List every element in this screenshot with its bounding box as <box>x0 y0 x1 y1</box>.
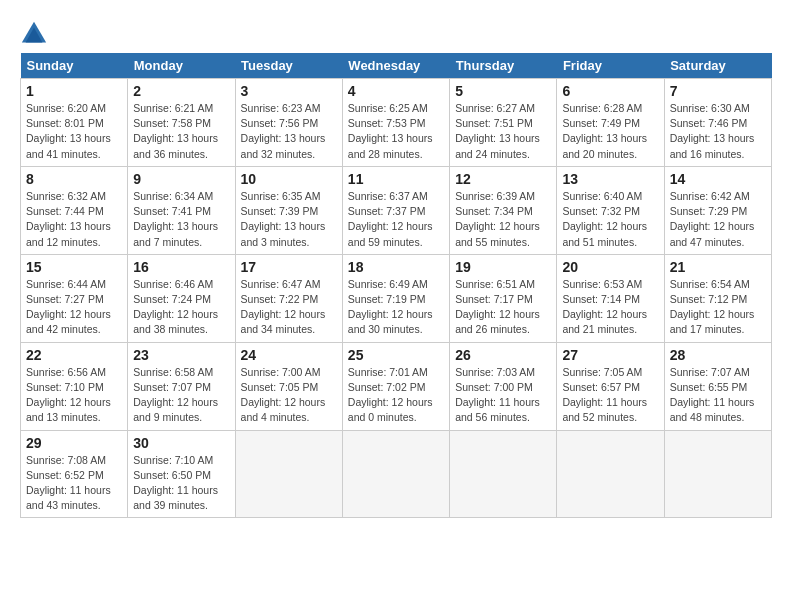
day-number: 23 <box>133 347 229 363</box>
calendar-table: SundayMondayTuesdayWednesdayThursdayFrid… <box>20 53 772 518</box>
day-info: Sunrise: 6:40 AM Sunset: 7:32 PM Dayligh… <box>562 189 658 250</box>
calendar-cell: 10Sunrise: 6:35 AM Sunset: 7:39 PM Dayli… <box>235 166 342 254</box>
day-number: 8 <box>26 171 122 187</box>
day-number: 6 <box>562 83 658 99</box>
day-info: Sunrise: 6:44 AM Sunset: 7:27 PM Dayligh… <box>26 277 122 338</box>
day-number: 21 <box>670 259 766 275</box>
week-row-5: 29Sunrise: 7:08 AM Sunset: 6:52 PM Dayli… <box>21 430 772 518</box>
day-info: Sunrise: 6:25 AM Sunset: 7:53 PM Dayligh… <box>348 101 444 162</box>
calendar-cell: 21Sunrise: 6:54 AM Sunset: 7:12 PM Dayli… <box>664 254 771 342</box>
weekday-header-thursday: Thursday <box>450 53 557 79</box>
day-number: 9 <box>133 171 229 187</box>
calendar-cell: 1Sunrise: 6:20 AM Sunset: 8:01 PM Daylig… <box>21 79 128 167</box>
calendar-cell <box>450 430 557 518</box>
day-info: Sunrise: 6:32 AM Sunset: 7:44 PM Dayligh… <box>26 189 122 250</box>
day-number: 28 <box>670 347 766 363</box>
day-info: Sunrise: 6:27 AM Sunset: 7:51 PM Dayligh… <box>455 101 551 162</box>
day-info: Sunrise: 6:53 AM Sunset: 7:14 PM Dayligh… <box>562 277 658 338</box>
day-number: 1 <box>26 83 122 99</box>
calendar-cell: 18Sunrise: 6:49 AM Sunset: 7:19 PM Dayli… <box>342 254 449 342</box>
calendar-cell: 16Sunrise: 6:46 AM Sunset: 7:24 PM Dayli… <box>128 254 235 342</box>
calendar-cell: 2Sunrise: 6:21 AM Sunset: 7:58 PM Daylig… <box>128 79 235 167</box>
calendar-cell: 20Sunrise: 6:53 AM Sunset: 7:14 PM Dayli… <box>557 254 664 342</box>
weekday-header-monday: Monday <box>128 53 235 79</box>
day-info: Sunrise: 6:54 AM Sunset: 7:12 PM Dayligh… <box>670 277 766 338</box>
day-number: 22 <box>26 347 122 363</box>
calendar-cell: 19Sunrise: 6:51 AM Sunset: 7:17 PM Dayli… <box>450 254 557 342</box>
day-info: Sunrise: 6:34 AM Sunset: 7:41 PM Dayligh… <box>133 189 229 250</box>
day-info: Sunrise: 7:05 AM Sunset: 6:57 PM Dayligh… <box>562 365 658 426</box>
calendar-cell: 11Sunrise: 6:37 AM Sunset: 7:37 PM Dayli… <box>342 166 449 254</box>
day-info: Sunrise: 6:28 AM Sunset: 7:49 PM Dayligh… <box>562 101 658 162</box>
day-number: 4 <box>348 83 444 99</box>
day-info: Sunrise: 7:08 AM Sunset: 6:52 PM Dayligh… <box>26 453 122 514</box>
weekday-header-tuesday: Tuesday <box>235 53 342 79</box>
day-info: Sunrise: 6:23 AM Sunset: 7:56 PM Dayligh… <box>241 101 337 162</box>
calendar-cell: 27Sunrise: 7:05 AM Sunset: 6:57 PM Dayli… <box>557 342 664 430</box>
day-info: Sunrise: 7:07 AM Sunset: 6:55 PM Dayligh… <box>670 365 766 426</box>
day-info: Sunrise: 6:58 AM Sunset: 7:07 PM Dayligh… <box>133 365 229 426</box>
day-number: 10 <box>241 171 337 187</box>
day-number: 13 <box>562 171 658 187</box>
day-info: Sunrise: 6:35 AM Sunset: 7:39 PM Dayligh… <box>241 189 337 250</box>
day-number: 7 <box>670 83 766 99</box>
calendar-cell: 24Sunrise: 7:00 AM Sunset: 7:05 PM Dayli… <box>235 342 342 430</box>
day-number: 3 <box>241 83 337 99</box>
logo-icon <box>20 20 48 48</box>
calendar-cell <box>342 430 449 518</box>
calendar-cell: 13Sunrise: 6:40 AM Sunset: 7:32 PM Dayli… <box>557 166 664 254</box>
week-row-2: 8Sunrise: 6:32 AM Sunset: 7:44 PM Daylig… <box>21 166 772 254</box>
calendar-cell <box>664 430 771 518</box>
calendar-cell: 29Sunrise: 7:08 AM Sunset: 6:52 PM Dayli… <box>21 430 128 518</box>
day-info: Sunrise: 6:56 AM Sunset: 7:10 PM Dayligh… <box>26 365 122 426</box>
day-number: 30 <box>133 435 229 451</box>
calendar-cell: 4Sunrise: 6:25 AM Sunset: 7:53 PM Daylig… <box>342 79 449 167</box>
day-info: Sunrise: 7:01 AM Sunset: 7:02 PM Dayligh… <box>348 365 444 426</box>
day-number: 12 <box>455 171 551 187</box>
calendar-cell: 6Sunrise: 6:28 AM Sunset: 7:49 PM Daylig… <box>557 79 664 167</box>
calendar-cell <box>235 430 342 518</box>
day-number: 19 <box>455 259 551 275</box>
calendar-cell: 22Sunrise: 6:56 AM Sunset: 7:10 PM Dayli… <box>21 342 128 430</box>
day-number: 15 <box>26 259 122 275</box>
day-number: 26 <box>455 347 551 363</box>
day-info: Sunrise: 6:30 AM Sunset: 7:46 PM Dayligh… <box>670 101 766 162</box>
calendar-cell: 12Sunrise: 6:39 AM Sunset: 7:34 PM Dayli… <box>450 166 557 254</box>
calendar-cell: 30Sunrise: 7:10 AM Sunset: 6:50 PM Dayli… <box>128 430 235 518</box>
day-number: 11 <box>348 171 444 187</box>
day-number: 17 <box>241 259 337 275</box>
calendar-cell: 26Sunrise: 7:03 AM Sunset: 7:00 PM Dayli… <box>450 342 557 430</box>
day-number: 24 <box>241 347 337 363</box>
weekday-header-friday: Friday <box>557 53 664 79</box>
day-info: Sunrise: 6:42 AM Sunset: 7:29 PM Dayligh… <box>670 189 766 250</box>
calendar-cell: 17Sunrise: 6:47 AM Sunset: 7:22 PM Dayli… <box>235 254 342 342</box>
weekday-header-row: SundayMondayTuesdayWednesdayThursdayFrid… <box>21 53 772 79</box>
page: SundayMondayTuesdayWednesdayThursdayFrid… <box>0 0 792 612</box>
day-number: 27 <box>562 347 658 363</box>
calendar-cell: 28Sunrise: 7:07 AM Sunset: 6:55 PM Dayli… <box>664 342 771 430</box>
weekday-header-sunday: Sunday <box>21 53 128 79</box>
week-row-3: 15Sunrise: 6:44 AM Sunset: 7:27 PM Dayli… <box>21 254 772 342</box>
day-number: 2 <box>133 83 229 99</box>
day-number: 5 <box>455 83 551 99</box>
day-info: Sunrise: 6:47 AM Sunset: 7:22 PM Dayligh… <box>241 277 337 338</box>
calendar-cell: 9Sunrise: 6:34 AM Sunset: 7:41 PM Daylig… <box>128 166 235 254</box>
day-info: Sunrise: 7:00 AM Sunset: 7:05 PM Dayligh… <box>241 365 337 426</box>
weekday-header-wednesday: Wednesday <box>342 53 449 79</box>
calendar-cell: 3Sunrise: 6:23 AM Sunset: 7:56 PM Daylig… <box>235 79 342 167</box>
day-info: Sunrise: 6:39 AM Sunset: 7:34 PM Dayligh… <box>455 189 551 250</box>
day-info: Sunrise: 6:37 AM Sunset: 7:37 PM Dayligh… <box>348 189 444 250</box>
day-info: Sunrise: 6:20 AM Sunset: 8:01 PM Dayligh… <box>26 101 122 162</box>
week-row-4: 22Sunrise: 6:56 AM Sunset: 7:10 PM Dayli… <box>21 342 772 430</box>
calendar-cell: 23Sunrise: 6:58 AM Sunset: 7:07 PM Dayli… <box>128 342 235 430</box>
day-info: Sunrise: 7:03 AM Sunset: 7:00 PM Dayligh… <box>455 365 551 426</box>
day-info: Sunrise: 6:46 AM Sunset: 7:24 PM Dayligh… <box>133 277 229 338</box>
day-info: Sunrise: 6:21 AM Sunset: 7:58 PM Dayligh… <box>133 101 229 162</box>
calendar-cell: 25Sunrise: 7:01 AM Sunset: 7:02 PM Dayli… <box>342 342 449 430</box>
day-number: 18 <box>348 259 444 275</box>
calendar-cell: 7Sunrise: 6:30 AM Sunset: 7:46 PM Daylig… <box>664 79 771 167</box>
day-number: 29 <box>26 435 122 451</box>
day-number: 25 <box>348 347 444 363</box>
calendar-cell <box>557 430 664 518</box>
day-number: 20 <box>562 259 658 275</box>
